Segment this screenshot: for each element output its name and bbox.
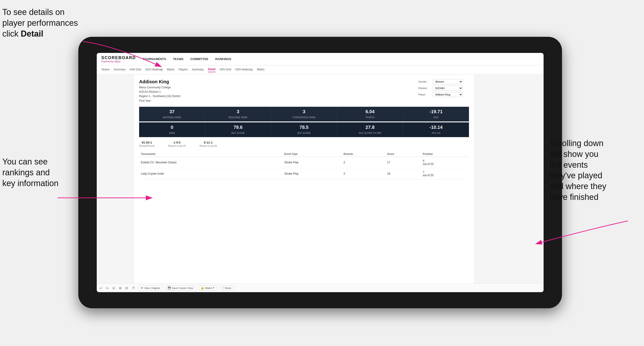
clock-icon[interactable]: ⏱ [132, 286, 135, 290]
tab-detail[interactable]: Detail [208, 68, 216, 72]
record-top50-value: 5-11-1 [200, 141, 217, 144]
tab-players[interactable]: Players [178, 68, 188, 72]
watch-btn[interactable]: 🔔 Watch ▾ [199, 286, 216, 290]
col-blank [270, 151, 282, 157]
table-row: Estella CC- Mountain Classic Stroke Play… [139, 157, 469, 168]
save-label: Save Custom View [172, 287, 193, 289]
watch-icon: 🔔 [201, 286, 204, 289]
col-position: Position [421, 151, 469, 157]
position-1: 4 out of 20 [421, 157, 469, 168]
col-event-type: Event Type [282, 151, 342, 157]
blank-2 [270, 168, 282, 179]
wins-value: 0 [141, 125, 203, 130]
main-nav: TOURNAMENTS TEAMS COMMITTEE RANKINGS [143, 57, 231, 61]
tab-h2h-grid2[interactable]: H2H Grid [220, 68, 231, 72]
national-rank-value: 37 [141, 109, 203, 114]
view-icon: 👁 [141, 287, 143, 289]
save-custom-view-btn[interactable]: 💾 Save Custom View [166, 286, 195, 290]
nav-teams[interactable]: TEAMS [173, 57, 184, 61]
record-top50-label: Record vs top 50 [200, 145, 217, 147]
tab-matrix[interactable]: Matrix [167, 68, 174, 72]
gender-select[interactable]: Women Men [433, 79, 463, 84]
record-overall-label: Overall Record [139, 145, 154, 147]
gender-filter-row: Gender Women Men [418, 79, 469, 84]
nav-committee[interactable]: COMMITTEE [190, 57, 208, 61]
right-panel [474, 75, 544, 283]
share-icon: ⤴ [222, 287, 224, 289]
player-filters: Gender Women Men Division NJCAA I NJCAA … [418, 79, 469, 103]
avg-score-par-label: Avg Score to Par [359, 132, 382, 134]
tab-summary[interactable]: Summary [114, 68, 125, 72]
tab-summary2[interactable]: Summary [192, 68, 204, 72]
tab-h2h-grid[interactable]: H2H Grid [130, 68, 141, 72]
tab-h2h-heatmap2[interactable]: H2H Heatmap [235, 68, 253, 72]
undo-icon[interactable]: ↩ [100, 286, 102, 290]
stats-row-1: 37 National Rank 3 Regional Rank 3 Confe… [139, 107, 469, 122]
stats-row-2: 0 Wins 79.6 Avg Score 78.5 Adj Score 27.… [139, 122, 469, 137]
avg-sg-label: Avg SG [432, 132, 440, 134]
tablet-device: SCOREBOARD Powered by clippd TOURNAMENTS… [78, 37, 562, 308]
view-original-btn[interactable]: 👁 View: Original [139, 286, 162, 290]
tab-h2h-heatmap[interactable]: H2H Heatmap [145, 68, 163, 72]
tablet-screen: SCOREBOARD Powered by clippd TOURNAMENTS… [97, 53, 544, 292]
nav-bar: SCOREBOARD Powered by clippd TOURNAMENTS… [97, 53, 544, 65]
player-select[interactable]: Addison King [433, 92, 463, 97]
bottom-toolbar: ↩ ↪ ⊖ ⊕ ⊟ ⏱ 👁 View: Original 💾 Save Cust… [97, 283, 544, 292]
record-top25: 1-5-0 Record vs top 25 [168, 141, 186, 148]
record-top50: 5-11-1 Record vs top 50 [200, 141, 217, 148]
position-2: 7 out of 20 [421, 168, 469, 179]
save-icon: 💾 [168, 286, 171, 289]
division-select[interactable]: NJCAA I NJCAA II [433, 86, 463, 91]
tab-matrix2[interactable]: Matrix [257, 68, 265, 72]
points-label: Points [366, 116, 374, 119]
avg-score-value: 79.6 [207, 125, 269, 130]
player-year: First Year [139, 99, 180, 103]
event-type-1: Stroke Play [282, 157, 342, 168]
tournament-name-2: Lady Coyote Invite [139, 168, 270, 179]
stat-avg-sg: -10.14 Avg SG [403, 122, 469, 137]
stat-adj-score: 78.5 Adj Score [271, 122, 337, 137]
nav-rankings[interactable]: RANKINGS [215, 57, 231, 61]
share-label: Share [224, 287, 231, 289]
stat-conference-rank: 3 Conference Rank [271, 107, 337, 122]
player-college: Mesa Community College [139, 85, 180, 90]
stat-wins: 0 Wins [139, 122, 205, 137]
regional-rank-label: Regional Rank [228, 116, 247, 119]
avg-sg-value: -10.14 [405, 125, 467, 130]
left-sidebar [97, 75, 134, 283]
tab-teams[interactable]: Teams [101, 68, 110, 72]
adj-score-value: 78.5 [273, 125, 335, 130]
sos-label: SoS [434, 116, 438, 119]
score-1: 17 [385, 157, 421, 168]
view-label: View: Original [144, 287, 160, 289]
division-label: Division [418, 87, 431, 89]
tournament-table: Tournament Event Type Rounds Score Posit… [139, 151, 469, 179]
col-score: Score [385, 151, 421, 157]
player-filter-row: Player Addison King [418, 92, 469, 97]
watch-chevron: ▾ [213, 286, 214, 289]
zoom-out-icon[interactable]: ⊖ [112, 286, 115, 290]
adj-score-label: Adj Score [297, 132, 310, 134]
player-region: Region 1 - Southwest (18) District [139, 94, 180, 98]
main-content: Addison King Mesa Community College NJCA… [97, 75, 544, 283]
share-btn[interactable]: ⤴ Share [220, 286, 233, 290]
logo-scoreboard: SCOREBOARD [101, 55, 136, 60]
zoom-in-icon[interactable]: ⊕ [119, 286, 122, 290]
annotation-right: Scrolling down will show you the events … [550, 138, 642, 203]
redo-icon[interactable]: ↪ [106, 286, 109, 290]
logo-powered: Powered by clippd [101, 60, 136, 63]
nav-tournaments[interactable]: TOURNAMENTS [143, 57, 166, 61]
logo-area: SCOREBOARD Powered by clippd [101, 55, 136, 63]
stat-points: 6.04 Points [337, 107, 403, 122]
blank-1 [270, 157, 282, 168]
fit-icon[interactable]: ⊟ [125, 286, 128, 290]
conference-rank-value: 3 [273, 109, 335, 114]
points-value: 6.04 [339, 109, 401, 114]
stat-avg-score-par: 27.8 Avg Score to Par [337, 122, 403, 137]
score-2: 16 [385, 168, 421, 179]
player-detail: Addison King Mesa Community College NJCA… [134, 75, 474, 283]
annotation-top-left: To see details onplayer performancesclic… [2, 7, 78, 39]
sos-value: -19.71 [405, 109, 467, 114]
rounds-2: 2 [342, 168, 385, 179]
conference-rank-label: Conference Rank [292, 116, 316, 119]
